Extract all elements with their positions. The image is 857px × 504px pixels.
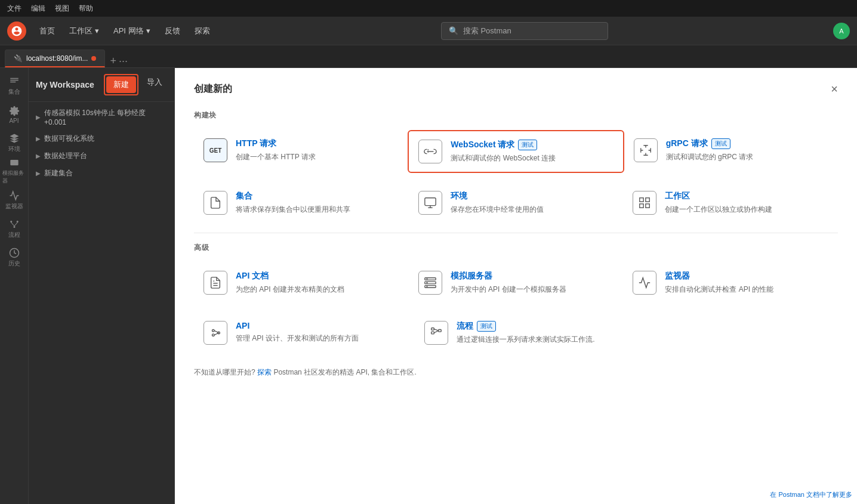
collection-desc: 将请求保存到集合中以便重用和共享 <box>236 204 399 215</box>
create-new-panel: 创建新的 × 构建块 GET HTTP 请求 <box>175 68 857 504</box>
mock-server-item[interactable]: 模拟服务器 为开发中的 API 创建一个模拟服务器 <box>409 262 624 303</box>
svg-line-35 <box>434 329 439 331</box>
workspace-icon <box>633 191 656 215</box>
monitor-icon-create <box>633 271 656 295</box>
grpc-request-item[interactable]: gRPC 请求 测试 测试和调试您的 gRPC 请求 <box>624 130 838 173</box>
search-icon: 🔍 <box>449 26 458 35</box>
flow-item[interactable]: 流程 测试 通过逻辑连接一系列请求来测试实际工作流. <box>415 313 636 353</box>
websocket-text: WebSocket 请求 测试 测试和调试你的 WebSocket 连接 <box>451 140 613 163</box>
new-button[interactable]: 新建 <box>106 76 136 93</box>
websocket-icon <box>418 140 442 163</box>
grpc-title: gRPC 请求 测试 <box>666 138 828 149</box>
chevron-down-icon: ▾ <box>146 26 150 35</box>
monitor-desc: 安排自动化测试并检查 API 的性能 <box>665 284 828 295</box>
explore-link[interactable]: 探索 <box>257 368 272 376</box>
mock-server-title: 模拟服务器 <box>451 271 614 282</box>
search-box[interactable]: 🔍 搜索 Postman <box>441 22 608 40</box>
chevron-right-icon: ▶ <box>36 114 41 120</box>
svg-line-8 <box>14 222 17 226</box>
create-panel-header: 创建新的 × <box>194 82 838 96</box>
websocket-title: WebSocket 请求 测试 <box>451 140 613 150</box>
menu-help[interactable]: 帮助 <box>79 4 93 14</box>
menu-file[interactable]: 文件 <box>7 4 21 14</box>
collection-text: 集合 将请求保存到集合中以便重用和共享 <box>236 191 399 215</box>
collection-title: 集合 <box>236 191 399 202</box>
more-tabs-button[interactable]: ··· <box>119 55 128 66</box>
http-request-item[interactable]: GET HTTP 请求 创建一个基本 HTTP 请求 <box>194 130 408 173</box>
api-text: API 管理 API 设计、开发和测试的所有方面 <box>236 321 405 344</box>
import-button[interactable]: 导入 <box>142 74 167 95</box>
environment-item-create[interactable]: 环境 保存您在环境中经常使用的值 <box>409 183 624 223</box>
nav-feedback[interactable]: 反馈 <box>159 22 186 40</box>
websocket-badge: 测试 <box>518 140 537 150</box>
nav-explore[interactable]: 探索 <box>189 22 216 40</box>
chevron-right-icon: ▶ <box>36 153 41 159</box>
postman-logo[interactable] <box>7 21 26 41</box>
collection-list: ▶ 传感器模拟 10s钟停止 每秒经度+0.001 ▶ 数据可视化系统 ▶ 数据… <box>29 102 174 184</box>
main-layout: 集合 API 环境 模拟服务器 监视器 流程 历史 My Workspa <box>0 68 857 504</box>
nav-api-network[interactable]: API 网络 ▾ <box>107 22 156 40</box>
flow-text: 流程 测试 通过逻辑连接一系列请求来测试实际工作流. <box>457 321 626 345</box>
svg-rect-12 <box>425 198 436 206</box>
workspace-item-create[interactable]: 工作区 创建一个工作区以独立或协作构建 <box>623 183 838 223</box>
grpc-desc: 测试和调试您的 gRPC 请求 <box>666 151 828 162</box>
websocket-request-item[interactable]: WebSocket 请求 测试 测试和调试你的 WebSocket 连接 <box>408 130 624 173</box>
collection-item-create[interactable]: 集合 将请求保存到集合中以便重用和共享 <box>194 183 409 223</box>
api-doc-icon <box>204 271 227 295</box>
svg-rect-16 <box>646 198 649 202</box>
building-blocks-label: 构建块 <box>194 110 838 120</box>
tabs-bar: 🔌 localhost:8080/im... + ··· <box>0 45 857 68</box>
list-item[interactable]: ▶ 传感器模拟 10s钟停止 每秒经度+0.001 <box>29 104 174 130</box>
sidebar-item-mock-server[interactable]: 模拟服务器 <box>2 159 26 185</box>
sidebar-item-monitor[interactable]: 监视器 <box>2 187 26 214</box>
chevron-down-icon: ▾ <box>95 26 99 35</box>
workspace-text: 工作区 创建一个工作区以独立或协作构建 <box>665 191 828 215</box>
menu-view[interactable]: 视图 <box>55 4 69 14</box>
api-item[interactable]: API 管理 API 设计、开发和测试的所有方面 <box>194 313 415 353</box>
svg-rect-32 <box>431 328 434 330</box>
building-blocks-section: 构建块 GET HTTP 请求 创建一个基本 HTTP 请求 <box>194 110 838 223</box>
list-item[interactable]: ▶ 新建集合 <box>29 165 174 182</box>
svg-rect-33 <box>431 332 434 334</box>
close-panel-button[interactable]: × <box>831 82 838 96</box>
tab-icon: 🔌 <box>14 54 23 63</box>
list-item[interactable]: ▶ 数据处理平台 <box>29 147 174 165</box>
monitor-item[interactable]: 监视器 安排自动化测试并检查 API 的性能 <box>623 262 838 303</box>
advanced-label: 高级 <box>194 243 838 253</box>
sidebar-item-api[interactable]: API <box>2 101 26 128</box>
monitor-text: 监视器 安排自动化测试并检查 API 的性能 <box>665 271 828 295</box>
api-doc-title: API 文档 <box>236 271 399 282</box>
nav-bar: 首页 工作区 ▾ API 网络 ▾ 反馈 探索 🔍 搜索 Postman A <box>0 17 857 45</box>
svg-line-7 <box>11 222 14 226</box>
list-item[interactable]: ▶ 数据可视化系统 <box>29 130 174 147</box>
svg-line-36 <box>434 330 439 333</box>
sidebar-item-flow[interactable]: 流程 <box>2 216 26 242</box>
sidebar-item-history[interactable]: 历史 <box>2 245 26 271</box>
user-avatar[interactable]: A <box>833 23 850 39</box>
api-doc-item[interactable]: API 文档 为您的 API 创建并发布精美的文档 <box>194 262 409 303</box>
menu-edit[interactable]: 编辑 <box>31 4 45 14</box>
svg-point-4 <box>10 221 12 222</box>
flow-badge: 测试 <box>477 321 496 332</box>
nav-workspace[interactable]: 工作区 ▾ <box>63 22 105 40</box>
tab-localhost[interactable]: 🔌 localhost:8080/im... <box>5 50 105 67</box>
svg-rect-1 <box>10 160 18 165</box>
sidebar-item-collections[interactable]: 集合 <box>2 73 26 99</box>
menu-bar: 文件 编辑 视图 帮助 <box>0 0 857 17</box>
building-blocks-row2: 集合 将请求保存到集合中以便重用和共享 环境 保存您在环境中经常使用的值 <box>194 183 838 223</box>
svg-point-5 <box>16 221 18 222</box>
nav-home[interactable]: 首页 <box>33 22 61 40</box>
sidebar-item-environment[interactable]: 环境 <box>2 130 26 156</box>
api-title: API <box>236 321 405 330</box>
websocket-desc: 测试和调试你的 WebSocket 连接 <box>451 153 613 163</box>
svg-rect-34 <box>439 330 442 332</box>
add-tab-button[interactable]: + <box>110 55 116 66</box>
panel-actions: 新建 导入 <box>104 74 167 95</box>
watermark-link[interactable]: 在 Postman 文档中了解更多 <box>770 490 852 499</box>
api-desc: 管理 API 设计、开发和测试的所有方面 <box>236 333 405 344</box>
left-panel-header: My Workspace 新建 导入 <box>29 68 174 102</box>
svg-rect-18 <box>646 204 649 208</box>
environment-title: 环境 <box>451 191 614 202</box>
http-desc: 创建一个基本 HTTP 请求 <box>236 151 398 162</box>
http-icon: GET <box>204 138 227 162</box>
